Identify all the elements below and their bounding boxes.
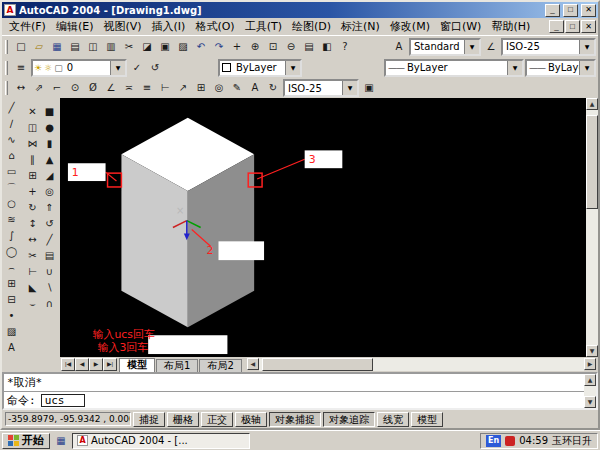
mdi-minimize-button[interactable]: _ [549,20,564,33]
dim-aligned-icon[interactable]: ⇗ [30,80,48,96]
make-object-layer-current-icon[interactable]: ✓ [128,60,146,76]
menu-edit[interactable]: 编辑(E) [51,18,99,35]
command-input-line[interactable]: 命令: ucs [4,391,584,408]
pan-icon[interactable]: + [228,39,246,55]
layer-on-icon[interactable]: ☀ [34,63,42,73]
tab-layout1[interactable]: 布局1 [156,359,198,372]
polygon-icon[interactable]: ⌂ [3,148,20,164]
scale-icon[interactable]: ↕ [24,216,41,232]
minimize-button[interactable]: _ [545,4,560,17]
quick-dimension-icon[interactable]: ≍ [120,80,138,96]
make-block-icon[interactable]: ⊟ [3,292,20,308]
new-icon[interactable]: □ [12,39,30,55]
menu-insert[interactable]: 插入(I) [147,18,191,35]
subtract-icon[interactable]: ∖ [41,280,58,296]
polyline-icon[interactable]: ∿ [3,132,20,148]
paste-icon[interactable]: ▣ [156,39,174,55]
layer-previous-icon[interactable]: ↺ [146,60,164,76]
menu-help[interactable]: 帮助(H) [486,18,535,35]
dim-update-icon[interactable]: ↻ [264,80,282,96]
layer-combo-dropdown-icon[interactable]: ▼ [110,61,125,75]
tab-model[interactable]: 模型 [119,358,155,372]
help-icon[interactable]: ? [336,39,354,55]
linetype-combo-dropdown-icon[interactable]: ▼ [507,61,522,75]
center-mark-icon[interactable]: ◎ [210,80,228,96]
solid-sphere-icon[interactable]: ● [41,120,58,136]
layer-lock-icon[interactable]: ▢ [54,63,63,73]
color-combo[interactable]: ByLayer ▼ [218,59,302,77]
chamfer-icon[interactable]: ◣ [24,280,41,296]
line-icon[interactable]: ╱ [3,100,20,116]
extrude-icon[interactable]: ⇑ [41,200,58,216]
tray-app-icon[interactable] [505,436,515,446]
mirror-icon[interactable]: ⋈ [24,136,41,152]
drawing-canvas[interactable]: × [60,98,586,357]
status-ortho-button[interactable]: 正交 [201,412,233,427]
layer-combo[interactable]: ☀☼▢ 0 ▼ [31,59,127,77]
command-scroll-track[interactable] [584,386,596,396]
text-style-combo[interactable]: Standard ▼ [409,38,481,56]
toolbar-grip[interactable] [5,40,8,54]
dimension-style-combo[interactable]: ISO-25 ▼ [283,79,359,97]
solid-cylinder-icon[interactable]: ▮ [41,136,58,152]
save-icon[interactable]: ▦ [48,39,66,55]
slice-icon[interactable]: ╱ [41,232,58,248]
zoom-previous-icon[interactable]: ⊖ [282,39,300,55]
status-polar-button[interactable]: 极轴 [235,412,267,427]
union-icon[interactable]: ∪ [41,264,58,280]
undo-icon[interactable]: ↶ [192,39,210,55]
status-lineweight-button[interactable]: 线宽 [377,412,409,427]
mdi-restore-button[interactable]: □ [565,20,580,33]
dim-edit-icon[interactable]: ✎ [228,80,246,96]
point-icon[interactable]: • [3,308,20,324]
erase-icon[interactable]: ✕ [24,104,41,120]
text-style-icon[interactable]: A [390,39,408,55]
spline-icon[interactable]: ∫ [3,228,20,244]
menu-draw[interactable]: 绘图(D) [287,18,336,35]
designcenter-icon[interactable]: ◧ [318,39,336,55]
match-properties-icon[interactable]: ▨ [174,39,192,55]
plot-preview-icon[interactable]: ◫ [84,39,102,55]
trim-icon[interactable]: ✂ [24,248,41,264]
drawing-canvas-svg[interactable]: × [60,98,586,357]
toolbar-grip[interactable] [5,61,8,75]
dimension-style-combo-dropdown-icon[interactable]: ▼ [342,81,357,95]
extend-icon[interactable]: ⊢ [24,264,41,280]
lineweight-combo-dropdown-icon[interactable]: ▼ [579,61,594,75]
title-bar[interactable]: A AutoCAD 2004 - [Drawing1.dwg] _ □ ✕ [2,2,598,18]
scroll-up-icon[interactable]: ▲ [586,98,598,110]
status-model-button[interactable]: 模型 [411,412,443,427]
tab-nav-0-icon[interactable]: |◀ [61,358,75,371]
command-text-area[interactable]: *取消* 命令: ucs [4,374,584,408]
scroll-left-icon[interactable]: ◀ [247,358,259,370]
layer-freeze-icon[interactable]: ☼ [44,63,52,73]
menu-format[interactable]: 格式(O) [190,18,239,35]
move-icon[interactable]: + [24,184,41,200]
section-icon[interactable]: ▤ [41,248,58,264]
dim-radius-icon[interactable]: ⊙ [66,80,84,96]
maximize-button[interactable]: □ [563,4,578,17]
status-otrack-button[interactable]: 对象追踪 [323,412,375,427]
solid-cone-icon[interactable]: ▲ [41,152,58,168]
revolve-icon[interactable]: ↺ [41,216,58,232]
intersect-icon[interactable]: ∩ [41,296,58,312]
redo-icon[interactable]: ↷ [210,39,228,55]
quick-leader-icon[interactable]: ↗ [174,80,192,96]
mdi-close-button[interactable]: ✕ [581,20,596,33]
dim-continue-icon[interactable]: ⊢ [156,80,174,96]
properties-icon[interactable]: ▤ [300,39,318,55]
color-combo-dropdown-icon[interactable]: ▼ [285,61,300,75]
dim-style-combo-dropdown-icon[interactable]: ▼ [579,40,594,54]
rotate-icon[interactable]: ↻ [24,200,41,216]
insert-block-icon[interactable]: ⊞ [3,276,20,292]
construction-line-icon[interactable]: ∕ [3,116,20,132]
array-icon[interactable]: ⊞ [24,168,41,184]
open-icon[interactable]: ▱ [30,39,48,55]
vertical-scroll-thumb[interactable] [586,115,598,209]
vertical-scroll-track[interactable] [586,110,598,345]
canvas-horizontal-scrollbar[interactable]: ◀ ▶ [247,358,596,371]
cut-icon[interactable]: ✂ [120,39,138,55]
zoom-window-icon[interactable]: ⊡ [264,39,282,55]
offset-icon[interactable]: ∥ [24,152,41,168]
scroll-right-icon[interactable]: ▶ [584,358,596,370]
